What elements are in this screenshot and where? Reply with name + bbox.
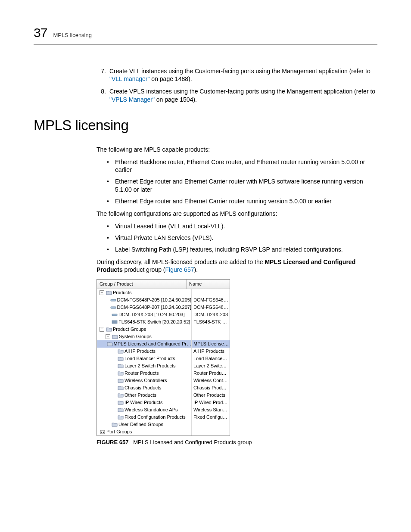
tree-row[interactable]: Wireless ControllersWireless Cont…	[97, 377, 230, 384]
folder-icon	[112, 334, 118, 339]
tree-row[interactable]: Router ProductsRouter Produ…	[97, 370, 230, 377]
numbered-steps: 7. Create VLL instances using the Custom…	[97, 67, 377, 104]
folder-icon	[106, 290, 112, 296]
tree-row-label: MPLS Licensed and Configured Pr…	[114, 340, 191, 348]
svg-rect-1	[111, 307, 116, 308]
folder-icon	[112, 422, 118, 427]
vll-manager-link[interactable]: "VLL manager"	[109, 75, 149, 82]
tree-expand-toggle[interactable]: −	[106, 334, 110, 339]
intro-paragraph-1: The following are MPLS capable products:	[97, 146, 377, 154]
tree-row-label: Load Balancer Products	[125, 355, 175, 362]
header-title: MPLS licensing	[53, 31, 92, 39]
tree-row[interactable]: − Products	[97, 289, 230, 296]
list-item: Ethernet Backbone router, Ethernet Core …	[115, 158, 377, 174]
tree-header-row: Group / Product Name	[97, 280, 230, 289]
tree-row[interactable]: FLS648-STK Switch [20.20.20.52]FLS648-ST…	[97, 318, 230, 326]
svg-rect-4	[112, 322, 117, 324]
figure-caption: FIGURE 657 MPLS Licensed and Configured …	[97, 439, 377, 446]
list-item: Virtual Private LAN Services (VPLS).	[115, 234, 214, 242]
tree-row-name: Chassis Prod…	[192, 384, 230, 392]
tree-row-label: Layer 2 Switch Products	[125, 362, 176, 370]
tree-row[interactable]: Layer 2 Switch ProductsLayer 2 Switc…	[97, 362, 230, 370]
list-item: Ethernet Edge router and Ethernet Carrie…	[115, 177, 377, 194]
tree-row-name: Fixed Configu…	[192, 414, 230, 421]
list-item: Virtual Leased Line (VLL and Local-VLL).	[115, 222, 225, 230]
svg-rect-2	[112, 314, 117, 316]
configurations-list: Virtual Leased Line (VLL and Local-VLL).…	[107, 222, 377, 254]
step-8: 8. Create VPLS instances using the Custo…	[97, 87, 377, 104]
capable-products-list: Ethernet Backbone router, Ethernet Core …	[107, 158, 377, 205]
tree-row[interactable]: Chassis ProductsChassis Prod…	[97, 384, 230, 392]
tree-row[interactable]: DCM-TI24X-203 [10.24.60.203]DCM-TI24X-20…	[97, 311, 230, 318]
tree-row-label: Wireless Controllers	[125, 377, 167, 384]
tree-row-label: User-Defined Groups	[118, 421, 163, 428]
tree-row-label: Wireless Standalone APs	[125, 406, 178, 414]
folder-icon	[118, 408, 124, 413]
figure-number: FIGURE 657	[97, 439, 128, 445]
tree-row[interactable]: DCM-FGS648P-205 [10.24.60.205]DCM-FGS648…	[97, 296, 230, 304]
tree-row-label: IP Wired Products	[125, 399, 162, 406]
vpls-manager-link[interactable]: "VPLS Manager"	[109, 96, 155, 103]
tree-row[interactable]: IP Wired ProductsIP Wired Prod…	[97, 399, 230, 406]
tree-row-name: DCM-FGS648…	[192, 296, 230, 304]
tree-row[interactable]: Load Balancer ProductsLoad Balance…	[97, 355, 230, 362]
device-icon	[110, 298, 116, 303]
tree-body[interactable]: − Products DCM-FGS648P-205 [10.24.60.205…	[97, 289, 230, 436]
section-heading: MPLS licensing	[34, 116, 377, 135]
folder-icon	[118, 400, 124, 405]
tree-row-name: Router Produ…	[192, 370, 230, 377]
folder-icon	[118, 386, 124, 391]
tree-row-name: DCM-FGS648…	[192, 304, 230, 311]
tree-row[interactable]: DCM-FGS648P-207 [10.24.60.207]DCM-FGS648…	[97, 304, 230, 311]
tree-row-label: DCM-FGS648P-205 [10.24.60.205]	[117, 296, 191, 304]
svg-rect-7	[103, 432, 104, 433]
tree-row-label: Port Groups	[106, 428, 132, 436]
tree-row[interactable]: User-Defined Groups	[97, 421, 230, 428]
device-icon	[110, 305, 116, 310]
tree-expand-toggle[interactable]: −	[100, 327, 104, 332]
tree-row-name: Wireless Stan…	[192, 406, 230, 414]
product-tree-panel[interactable]: Group / Product Name − Products DCM-FGS6…	[97, 279, 230, 436]
tree-row-name: Wireless Cont…	[192, 377, 230, 384]
port-icon	[100, 429, 106, 435]
page-header: 37 MPLS licensing	[34, 24, 377, 45]
figure-ref-link[interactable]: Figure 657	[165, 266, 194, 273]
tree-row-label: DCM-FGS648P-207 [10.24.60.207]	[117, 304, 191, 311]
tree-row[interactable]: − Product Groups	[97, 326, 230, 333]
tree-row[interactable]: Other ProductsOther Products	[97, 392, 230, 399]
tree-row-name: Load Balance…	[192, 355, 230, 362]
tree-row-name: DCM-TI24X-203	[192, 311, 230, 318]
step-number: 8.	[97, 87, 106, 104]
intro-paragraph-2: The following configurations are support…	[97, 210, 377, 218]
tree-row-name: All IP Products	[192, 348, 230, 355]
folder-icon	[106, 327, 112, 332]
step-text: Create VLL instances using the Customer-…	[109, 67, 377, 84]
tree-expand-toggle[interactable]: −	[100, 290, 104, 295]
discovery-paragraph: During discovery, all MPLS-licensed prod…	[97, 258, 377, 274]
tree-row-name: Layer 2 Switc…	[192, 362, 230, 370]
tree-header-name[interactable]: Name	[187, 280, 230, 289]
tree-row[interactable]: MPLS Licensed and Configured Pr…MPLS Lic…	[97, 340, 230, 348]
tree-row-label: Product Groups	[113, 326, 146, 333]
tree-row[interactable]: − System Groups	[97, 333, 230, 340]
svg-rect-6	[101, 432, 102, 433]
folder-icon	[118, 371, 124, 376]
tree-row-name: FLS648-STK …	[192, 318, 230, 326]
figure-657: Group / Product Name − Products DCM-FGS6…	[97, 279, 377, 446]
tree-header-group[interactable]: Group / Product	[97, 280, 187, 289]
tree-row[interactable]: Wireless Standalone APsWireless Stan…	[97, 406, 230, 414]
folder-icon	[107, 342, 113, 347]
tree-row[interactable]: All IP ProductsAll IP Products	[97, 348, 230, 355]
tree-row-name: MPLS License…	[192, 340, 230, 348]
tree-row[interactable]: Fixed Configuration ProductsFixed Config…	[97, 414, 230, 421]
tree-row-label: FLS648-STK Switch [20.20.20.52]	[118, 318, 190, 326]
list-item: Ethernet Edge router and Ethernet Carrie…	[115, 197, 332, 205]
tree-row-label: Fixed Configuration Products	[125, 414, 186, 421]
page-number: 37	[34, 24, 47, 42]
folder-icon	[118, 356, 124, 361]
tree-row-name: IP Wired Prod…	[192, 399, 230, 406]
svg-rect-3	[112, 320, 117, 322]
folder-icon	[118, 349, 124, 354]
tree-row[interactable]: Port Groups	[97, 428, 230, 436]
step-number: 7.	[97, 67, 106, 84]
